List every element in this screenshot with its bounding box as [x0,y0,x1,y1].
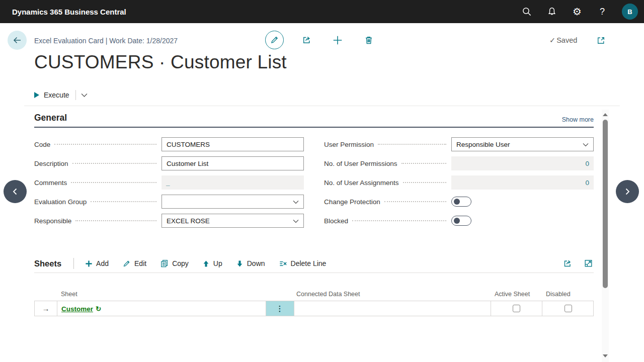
execute-action[interactable]: Execute [34,89,88,101]
separator [73,258,74,269]
plus-icon [332,34,343,46]
comments-link[interactable]: _ [166,179,170,187]
arrow-down-icon [236,260,244,267]
drilldown-value[interactable]: 0 [585,179,589,187]
user-permission-select[interactable]: Responsible User [451,137,594,151]
sheets-share-button[interactable] [562,258,573,268]
select-value: Responsible User [456,141,510,148]
change-protection-toggle[interactable] [451,197,471,207]
delete-button[interactable] [363,35,374,46]
sheets-open-in-excel-button[interactable] [584,258,594,268]
open-in-new-window-button[interactable] [596,36,606,46]
notifications-icon[interactable] [546,6,557,17]
column-header-connected-data-sheet[interactable]: Connected Data Sheet [294,291,491,301]
sheet-cell[interactable]: Customer↻ [57,301,266,316]
chevron-down-icon [293,200,299,204]
chevron-right-icon [623,188,631,196]
button-label: Down [247,259,265,267]
general-right-column: User Permission Responsible User No. of … [324,135,594,230]
sheet-link[interactable]: Customer↻ [57,305,101,313]
button-label: Up [213,259,222,267]
chevron-down-icon[interactable] [81,93,88,98]
scrollbar-thumb[interactable] [603,120,608,288]
share-icon [301,35,312,45]
field-label: Description [34,160,68,167]
sheets-down-button[interactable]: Down [236,259,265,267]
field-change-protection: Change Protection [324,192,594,211]
field-label: Comments [34,179,67,187]
field-evaluation-group: Evaluation Group [34,192,304,211]
toggle-knob [454,199,460,205]
sheets-section: Sheets Add Edit Copy Up Down [34,254,594,316]
responsible-select[interactable]: EXCEL ROSE [162,214,304,228]
description-input[interactable] [162,156,304,170]
search-icon[interactable] [521,6,532,17]
field-no-user-assignments: No. of User Assignments 0 [324,173,594,192]
general-section-title: General [34,113,67,123]
field-no-user-permissions: No. of User Permissions 0 [324,154,594,173]
column-header-disabled[interactable]: Disabled [542,291,594,301]
share-button[interactable] [301,35,312,46]
help-icon[interactable]: ? [597,6,608,17]
disabled-checkbox[interactable] [565,305,572,312]
save-status: ✓ Saved [549,36,577,44]
sheets-up-button[interactable]: Up [202,259,222,267]
scroll-down-arrow[interactable] [603,354,608,357]
row-options-button[interactable]: ⋮ [266,301,294,316]
button-label: Delete Line [291,259,327,267]
back-button[interactable] [8,31,27,50]
no-of-user-permissions-value[interactable]: 0 [451,156,594,170]
general-section: General Show more Code Description Comme… [34,113,594,230]
general-left-column: Code Description Comments _ Evaluation G… [34,135,304,230]
evaluation-group-select[interactable] [162,195,304,209]
active-sheet-cell [491,301,542,316]
dotted-leader [75,220,156,221]
page-title: CUSTOMERS · Customer List [34,52,287,73]
scroll-up-arrow[interactable] [603,113,608,116]
vertical-scrollbar[interactable] [602,110,609,362]
refresh-icon: ↻ [96,305,101,313]
sheets-copy-button[interactable]: Copy [160,259,189,268]
comments-field[interactable]: _ [162,175,304,190]
pencil-icon [122,259,131,268]
current-row-arrow-icon: → [42,304,50,313]
field-label: Change Protection [324,198,380,206]
drilldown-value[interactable]: 0 [585,160,589,167]
arrow-up-icon [202,260,210,267]
chevron-left-icon [11,188,19,196]
sheets-add-button[interactable]: Add [85,259,109,267]
check-icon: ✓ [549,36,555,44]
field-label: No. of User Assignments [324,179,399,187]
column-header-active-sheet[interactable]: Active Sheet [491,291,542,301]
sheet-name[interactable]: Customer [61,305,93,313]
user-avatar[interactable]: B [622,4,638,20]
delete-line-icon [279,259,287,268]
column-header-sheet[interactable]: Sheet [57,291,266,301]
sheets-edit-button[interactable]: Edit [122,259,146,268]
next-record-button[interactable] [616,180,639,203]
row-selector-cell: → [35,301,57,316]
add-button[interactable] [332,35,343,46]
card-action-bar [265,31,394,49]
sheets-delete-line-button[interactable]: Delete Line [279,259,327,268]
no-of-user-assignments-value[interactable]: 0 [451,175,594,190]
dotted-leader [384,201,446,202]
button-label: Copy [172,259,189,267]
table-row[interactable]: → Customer↻ ⋮ [34,301,594,316]
breadcrumb[interactable]: Excel Evaluation Card | Work Date: 1/28/… [34,37,178,45]
save-status-label: Saved [556,36,577,44]
previous-record-button[interactable] [4,180,27,203]
field-label: Code [34,141,50,148]
settings-icon[interactable]: ⚙ [572,6,583,17]
active-sheet-checkbox[interactable] [513,305,520,312]
code-input[interactable] [162,137,304,151]
show-more-link[interactable]: Show more [562,116,594,123]
field-blocked: Blocked [324,211,594,230]
blocked-toggle[interactable] [451,216,471,226]
connected-data-sheet-cell[interactable] [294,301,491,316]
button-label: Edit [134,259,146,267]
edit-button[interactable] [265,31,284,49]
field-label: Blocked [324,217,348,225]
dotted-leader [72,163,156,164]
share-icon [562,258,573,268]
